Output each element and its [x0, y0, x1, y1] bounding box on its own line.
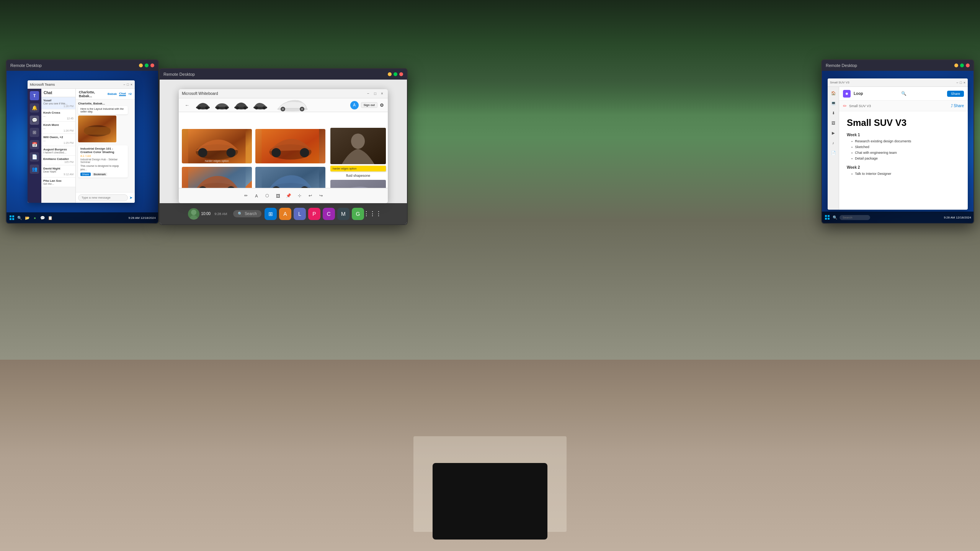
tab-babak[interactable]: Babak: [108, 92, 117, 96]
minimize-button[interactable]: [139, 64, 143, 67]
files-icon[interactable]: 📄: [30, 152, 39, 161]
text-tool[interactable]: A: [252, 192, 261, 200]
right-taskbar: 🔍 9:28 AM 12/18/2024: [822, 212, 973, 223]
user-avatar[interactable]: A: [350, 101, 359, 109]
taskbar-files-icon[interactable]: 📂: [24, 215, 30, 221]
loop-close[interactable]: ×: [964, 81, 965, 85]
chat-item-kesh-more[interactable]: Kesh More ... 1:26 PM: [41, 122, 75, 134]
loop-home-icon[interactable]: 🏠: [830, 89, 837, 97]
tab-plus[interactable]: +2: [128, 92, 132, 96]
taskbar-search-icon[interactable]: 🔍: [16, 215, 23, 221]
chat-item-david[interactable]: David Night Dear Night 9:12 AM: [41, 165, 75, 178]
send-icon[interactable]: ➤: [129, 196, 132, 200]
chat-item-august[interactable]: August Burgess I haven't checked...: [41, 146, 75, 156]
taskbar-teams-icon[interactable]: 💬: [39, 215, 46, 221]
loop-minimize[interactable]: −: [956, 81, 958, 85]
chat-icon[interactable]: 💬: [30, 116, 39, 125]
loop-search-icon[interactable]: 🔍: [901, 91, 906, 96]
wb-close[interactable]: ×: [379, 91, 385, 96]
taskbar-app-7[interactable]: G: [352, 208, 364, 220]
car-image-4[interactable]: [255, 167, 325, 188]
loop-docs-icon[interactable]: 📄: [830, 149, 837, 156]
chat-item-group[interactable]: Will Owen, +2 ... 1:25 PM: [41, 134, 75, 146]
start-menu-icon[interactable]: [9, 215, 15, 221]
taskbar-app-1[interactable]: ⊞: [265, 208, 277, 220]
taskbar-app-5[interactable]: C: [323, 208, 335, 220]
right-search-input[interactable]: [840, 215, 870, 220]
back-button[interactable]: ←: [183, 101, 192, 110]
image-tool[interactable]: 🖼: [274, 192, 282, 200]
loop-maximize[interactable]: □: [960, 81, 962, 85]
bookmark-btn[interactable]: Bookmark: [92, 173, 108, 176]
svg-point-31: [227, 148, 236, 157]
loop-desktop-icon[interactable]: 💻: [830, 99, 837, 107]
car-image-1[interactable]: harder edges option: [182, 129, 252, 163]
close-button[interactable]: [399, 72, 403, 76]
teams-minimize[interactable]: −: [123, 83, 125, 86]
svg-rect-8: [12, 215, 14, 217]
taskbar-app-2[interactable]: A: [279, 208, 291, 220]
taskbar-avatar[interactable]: [188, 208, 199, 220]
pen-tool[interactable]: ✏: [242, 192, 250, 200]
car-image-3[interactable]: [182, 167, 252, 188]
maximize-button[interactable]: [394, 72, 397, 76]
chat-item-emiliano[interactable]: Emiliano Caballer 105 PM: [41, 156, 75, 165]
chat-name: August Burgess: [43, 148, 74, 151]
right-start-icon[interactable]: [824, 214, 830, 220]
taskbar-app-3[interactable]: L: [294, 208, 306, 220]
minimize-button[interactable]: [388, 72, 392, 76]
car-silhouette-2[interactable]: [214, 100, 230, 111]
chat-item-kesh[interactable]: Kesh Cross ... 12:45: [41, 109, 75, 122]
taskbar-app-6[interactable]: M: [337, 208, 350, 220]
wb-maximize[interactable]: □: [372, 91, 378, 96]
car-side-view[interactable]: [275, 99, 310, 112]
loop-videos-icon[interactable]: ▶: [830, 129, 837, 137]
loop-share-button[interactable]: Share: [947, 91, 964, 97]
tab-chat[interactable]: Chat: [119, 92, 126, 96]
shape-tool[interactable]: ⬡: [263, 192, 271, 200]
share-icon[interactable]: ⤴ Share: [951, 104, 964, 108]
taskbar-grid-icon[interactable]: ⋮⋮⋮: [366, 208, 379, 220]
teams-tab-icon[interactable]: ⊞: [30, 128, 39, 137]
teams-icon[interactable]: T: [30, 91, 39, 100]
search-label: Search: [245, 212, 257, 216]
chat-item-yosef[interactable]: Yosef Can you see if this... 1:26 PM: [41, 97, 75, 109]
calendar-icon[interactable]: 📅: [30, 140, 39, 149]
right-search-icon[interactable]: 🔍: [832, 214, 838, 220]
svg-rect-69: [828, 215, 830, 217]
svg-rect-71: [828, 218, 830, 220]
center-monitor-titlebar: Remote Desktop: [160, 69, 407, 80]
car-silhouette-4[interactable]: [252, 100, 268, 111]
maximize-button[interactable]: [145, 64, 149, 67]
taskbar-chrome-icon[interactable]: ●: [32, 215, 38, 221]
sign-out-button[interactable]: Sign out: [361, 102, 377, 108]
settings-icon[interactable]: ⚙: [380, 103, 384, 108]
activity-icon[interactable]: 🔔: [30, 103, 39, 112]
loop-music-icon[interactable]: ♪: [830, 139, 837, 147]
message-input[interactable]: [78, 194, 128, 201]
loop-downloads-icon[interactable]: ⬇: [830, 109, 837, 117]
close-button[interactable]: [150, 64, 154, 67]
taskbar-search-bar[interactable]: 🔍 Search: [233, 210, 261, 217]
minimize-button[interactable]: [954, 64, 958, 67]
select-tool[interactable]: ⊹: [295, 192, 304, 200]
share-btn[interactable]: Share: [80, 173, 91, 176]
car-image-2[interactable]: [255, 129, 325, 163]
car-silhouette-1[interactable]: [195, 100, 211, 111]
chat-item-pita[interactable]: Pita Lan Soc Set the...: [41, 178, 75, 187]
undo-tool[interactable]: ↩: [306, 192, 314, 200]
sticky-tool[interactable]: 📌: [284, 192, 293, 200]
taskbar-office-icon[interactable]: 📋: [47, 215, 53, 221]
maximize-button[interactable]: [960, 64, 964, 67]
wb-minimize[interactable]: −: [366, 91, 371, 96]
people-icon[interactable]: 👥: [30, 165, 39, 174]
teams-close[interactable]: ×: [131, 83, 132, 86]
gray-car-side[interactable]: [330, 180, 386, 188]
taskbar-app-4[interactable]: P: [308, 208, 320, 220]
close-button[interactable]: [966, 64, 970, 67]
teams-maximize[interactable]: □: [127, 83, 129, 86]
car-silhouette-3[interactable]: [233, 100, 249, 111]
svg-point-12: [198, 106, 201, 109]
loop-pictures-icon[interactable]: 🖼: [830, 119, 837, 127]
redo-tool[interactable]: ↪: [317, 192, 325, 200]
